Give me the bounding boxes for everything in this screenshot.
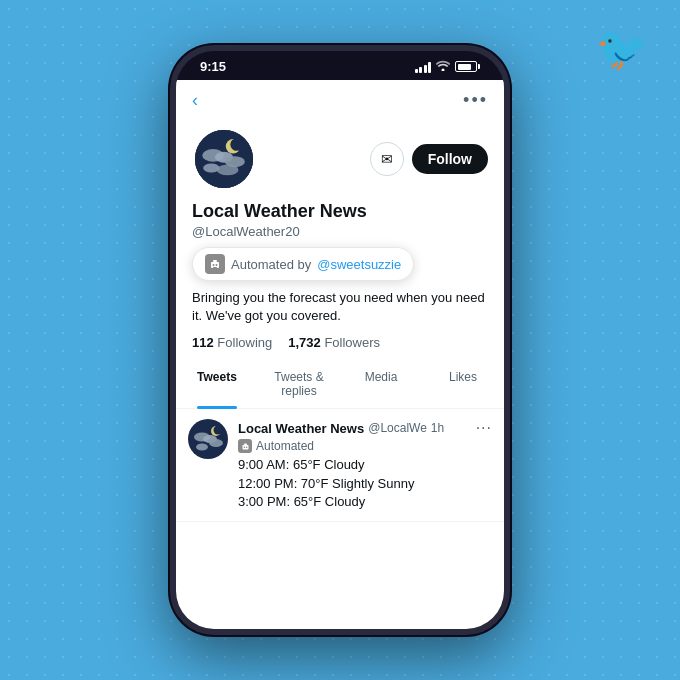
- tweet-author-handle: @LocalWe: [368, 421, 427, 435]
- tweet-robot-icon: [238, 439, 252, 453]
- mail-icon: ✉: [381, 151, 393, 167]
- tweet-avatar: [188, 419, 228, 459]
- followers-count[interactable]: 1,732 Followers: [288, 335, 380, 350]
- svg-point-11: [216, 264, 218, 266]
- svg-point-18: [209, 439, 223, 447]
- automated-by-text: Automated by: [231, 257, 311, 272]
- phone-shell: 9:15: [170, 45, 510, 635]
- profile-name: Local Weather News: [192, 201, 488, 222]
- screen: ‹ •••: [176, 80, 504, 629]
- status-bar: 9:15: [176, 51, 504, 80]
- follow-counts: 112 Following 1,732 Followers: [192, 335, 488, 350]
- back-button[interactable]: ‹: [192, 90, 198, 111]
- automated-by-link[interactable]: @sweetsuzzie: [317, 257, 401, 272]
- tweet-text: 9:00 AM: 65°F Cloudy 12:00 PM: 70°F Slig…: [238, 456, 492, 511]
- tweet-more-button[interactable]: ···: [476, 419, 492, 437]
- twitter-logo: 🐦: [596, 24, 648, 73]
- svg-point-7: [217, 164, 239, 175]
- profile-bio: Bringing you the forecast you need when …: [192, 289, 488, 325]
- tab-tweets[interactable]: Tweets: [176, 360, 258, 408]
- robot-icon: [205, 254, 225, 274]
- tab-tweets-replies[interactable]: Tweets & replies: [258, 360, 340, 408]
- status-time: 9:15: [200, 59, 226, 74]
- profile-actions: ✉ Follow: [370, 142, 488, 176]
- nav-bar: ‹ •••: [176, 80, 504, 119]
- tweet-header: Local Weather News @LocalWe 1h ···: [238, 419, 492, 437]
- svg-point-10: [213, 264, 215, 266]
- profile-header-row: ✉ Follow: [192, 119, 488, 201]
- wifi-icon: [436, 60, 450, 73]
- tweet-automated-badge: Automated: [238, 439, 492, 453]
- signal-icon: [415, 61, 432, 73]
- tweet-content: Local Weather News @LocalWe 1h ···: [238, 419, 492, 511]
- svg-point-2: [230, 138, 243, 151]
- table-row: Local Weather News @LocalWe 1h ···: [176, 409, 504, 522]
- automated-badge: Automated by @sweetsuzzie: [192, 247, 414, 281]
- mail-button[interactable]: ✉: [370, 142, 404, 176]
- svg-rect-20: [242, 445, 248, 450]
- tab-media[interactable]: Media: [340, 360, 422, 408]
- tweet-time: 1h: [431, 421, 444, 435]
- more-menu-button[interactable]: •••: [463, 90, 488, 111]
- avatar: [192, 127, 256, 191]
- tweet-list: Local Weather News @LocalWe 1h ···: [176, 409, 504, 629]
- follow-button[interactable]: Follow: [412, 144, 488, 174]
- profile-handle: @LocalWeather20: [192, 224, 488, 239]
- svg-point-23: [245, 446, 247, 448]
- profile-tabs: Tweets Tweets & replies Media Likes: [176, 360, 504, 409]
- following-count[interactable]: 112 Following: [192, 335, 272, 350]
- status-icons: [415, 60, 481, 73]
- battery-icon: [455, 61, 480, 72]
- svg-point-19: [196, 444, 208, 451]
- svg-rect-21: [244, 443, 247, 445]
- profile-section: ✉ Follow Local Weather News @LocalWeathe…: [176, 119, 504, 360]
- svg-point-6: [203, 164, 219, 173]
- svg-point-15: [214, 426, 223, 435]
- tweet-automated-label: Automated: [256, 439, 314, 453]
- tweet-author-name: Local Weather News: [238, 421, 364, 436]
- svg-point-22: [243, 446, 245, 448]
- tab-likes[interactable]: Likes: [422, 360, 504, 408]
- svg-rect-12: [213, 267, 217, 268]
- svg-rect-9: [213, 260, 217, 262]
